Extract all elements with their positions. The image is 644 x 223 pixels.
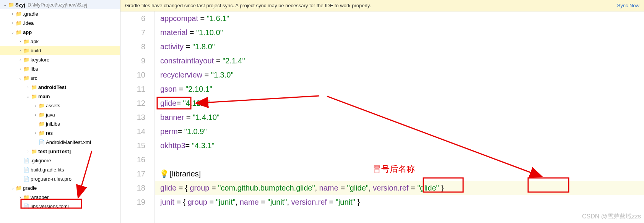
token-op: , bbox=[236, 198, 240, 206]
tree-item-gradle[interactable]: ⌄📁gradle bbox=[0, 183, 120, 192]
code-line-11[interactable]: gson = "2.10.1" bbox=[155, 82, 644, 96]
tree-item-androidmanifest-xml[interactable]: 📄AndroidManifest.xml bbox=[0, 137, 120, 147]
file-toml-icon: 📄 bbox=[23, 204, 30, 209]
code-line-14[interactable]: perm= "1.0.9" bbox=[155, 124, 644, 139]
folder-icon: 📁 bbox=[15, 20, 22, 26]
code-line-17[interactable]: 💡[libraries] bbox=[155, 167, 644, 181]
expand-arrow-icon[interactable]: › bbox=[10, 12, 15, 16]
tree-item--idea[interactable]: ›📁.idea bbox=[0, 18, 120, 27]
tree-item-jnilibs[interactable]: 📁jniLibs bbox=[0, 119, 120, 128]
tree-item-proguard-rules-pro[interactable]: 📄proguard-rules.pro bbox=[0, 174, 120, 183]
tree-item-assets[interactable]: ›📁assets bbox=[0, 101, 120, 110]
code-line-18[interactable]: glide = { group = "com.github.bumptech.g… bbox=[155, 181, 644, 195]
expand-arrow-icon[interactable]: › bbox=[18, 195, 23, 199]
folder-icon: 📁 bbox=[23, 194, 30, 200]
expand-arrow-icon[interactable]: › bbox=[18, 39, 23, 44]
code-line-10[interactable]: recyclerview = "1.3.0" bbox=[155, 68, 644, 82]
tree-item-libs-versions-toml[interactable]: 📄libs.versions.toml bbox=[0, 202, 120, 211]
token-prop: group bbox=[190, 184, 209, 192]
code-line-6[interactable]: appcompat = "1.6.1" bbox=[155, 11, 644, 26]
token-op: , bbox=[315, 184, 319, 192]
line-number: 11 bbox=[120, 82, 145, 96]
expand-arrow-icon[interactable]: › bbox=[33, 113, 38, 117]
folder-y-icon: 📁 bbox=[23, 48, 30, 53]
tree-item-libs[interactable]: ›📁libs bbox=[0, 64, 120, 73]
expand-arrow-icon[interactable]: › bbox=[33, 131, 38, 135]
expand-arrow-icon[interactable]: › bbox=[10, 21, 15, 25]
token-str: "junit" bbox=[268, 198, 287, 206]
bulb-icon[interactable]: 💡 bbox=[159, 170, 169, 178]
tree-item-res[interactable]: ›📁res bbox=[0, 128, 120, 137]
tree-item-wrapper[interactable]: ›📁wrapper bbox=[0, 192, 120, 202]
code-line-9[interactable]: constraintlayout = "2.1.4" bbox=[155, 54, 644, 68]
tree-item-java[interactable]: ›📁java bbox=[0, 110, 120, 119]
line-number: 14 bbox=[120, 124, 145, 139]
tree-item-src[interactable]: ⌄📁src bbox=[0, 73, 120, 82]
folder-ap-icon: 📁 bbox=[15, 29, 22, 35]
code-line-19[interactable]: junit = { group = "junit", name = "junit… bbox=[155, 195, 644, 209]
expand-arrow-icon[interactable]: › bbox=[18, 67, 23, 71]
folder-icon: 📁 bbox=[23, 66, 30, 72]
tree-item-build-gradle-kts[interactable]: 📄build.gradle.kts bbox=[0, 165, 120, 174]
tree-item-build[interactable]: ›📁build bbox=[0, 46, 120, 55]
token-prop: version.ref bbox=[373, 184, 408, 192]
tree-item-main[interactable]: ⌄📁main bbox=[0, 92, 120, 101]
file-mf-icon: 📄 bbox=[38, 139, 45, 145]
tree-item-test-unittest-[interactable]: ›📁test [unitTest] bbox=[0, 147, 120, 156]
token-op: = bbox=[259, 198, 268, 206]
token-str: "junit" bbox=[216, 198, 236, 206]
expand-arrow-icon[interactable]: ⌄ bbox=[10, 30, 15, 34]
code-line-16[interactable] bbox=[155, 153, 644, 167]
tree-label: androidTest bbox=[37, 84, 66, 90]
project-tree[interactable]: ⌄📁SzyjD:\MyProject\szyj\new\Szyj›📁.gradl… bbox=[0, 0, 120, 223]
folder-icon: 📁 bbox=[38, 103, 45, 108]
line-number: 6 bbox=[120, 11, 145, 26]
code-line-8[interactable]: activity = "1.8.0" bbox=[155, 40, 644, 54]
expand-arrow-icon[interactable]: › bbox=[18, 58, 23, 62]
token-str: "4.3.1" bbox=[192, 141, 215, 150]
token-str: "com.github.bumptech.glide" bbox=[218, 184, 315, 192]
code-line-15[interactable]: okhttp3= "4.3.1" bbox=[155, 139, 644, 153]
token-prop: constraintlayout bbox=[160, 57, 214, 65]
tree-label: proguard-rules.pro bbox=[30, 176, 72, 182]
code-editor[interactable]: 678910111213141516171819 appcompat = "1.… bbox=[120, 11, 644, 223]
code-content[interactable]: appcompat = "1.6.1"material = "1.10.0"ac… bbox=[155, 11, 644, 223]
token-op: = bbox=[214, 57, 223, 65]
tree-item-szyj[interactable]: ⌄📁SzyjD:\MyProject\szyj\new\Szyj bbox=[0, 0, 120, 9]
tree-item-keystore[interactable]: ›📁keystore bbox=[0, 55, 120, 64]
expand-arrow-icon[interactable]: ⌄ bbox=[10, 186, 15, 190]
tree-label: build bbox=[30, 48, 41, 53]
tree-item-androidtest[interactable]: ›📁androidTest bbox=[0, 82, 120, 92]
tree-item-app[interactable]: ⌄📁app bbox=[0, 27, 120, 37]
tree-item--gradle[interactable]: ›📁.gradle bbox=[0, 9, 120, 18]
expand-arrow-icon[interactable]: ⌄ bbox=[25, 94, 31, 99]
code-line-7[interactable]: material = "1.10.0" bbox=[155, 26, 644, 40]
token-op: } bbox=[355, 198, 360, 206]
expand-arrow-icon[interactable]: ⌄ bbox=[2, 3, 8, 7]
folder-icon: 📁 bbox=[38, 112, 45, 118]
expand-arrow-icon[interactable]: ⌄ bbox=[18, 76, 23, 80]
tree-item--gitignore[interactable]: 📄.gitignore bbox=[0, 156, 120, 165]
code-line-13[interactable]: banner = "1.4.10" bbox=[155, 110, 644, 124]
tree-item-apk[interactable]: ›📁apk bbox=[0, 37, 120, 46]
tree-label: apk bbox=[30, 39, 39, 44]
expand-arrow-icon[interactable]: › bbox=[25, 149, 31, 154]
tree-label: wrapper bbox=[30, 194, 49, 200]
token-prop: group bbox=[188, 198, 207, 206]
project-icon: 📁 bbox=[8, 2, 15, 8]
folder-icon: 📁 bbox=[23, 39, 30, 44]
tree-label: build.gradle.kts bbox=[30, 167, 64, 173]
folder-icon: 📁 bbox=[23, 57, 30, 63]
expand-arrow-icon[interactable]: › bbox=[33, 103, 38, 108]
file-g-icon: 📄 bbox=[23, 158, 30, 163]
token-prop: banner bbox=[160, 113, 184, 121]
expand-arrow-icon[interactable]: › bbox=[18, 48, 23, 53]
file-g-icon: 📄 bbox=[23, 176, 30, 182]
token-str: "glide" bbox=[417, 184, 439, 192]
code-line-12[interactable]: glide= "4.12.0" bbox=[155, 96, 644, 110]
line-number: 13 bbox=[120, 110, 145, 124]
token-op: = bbox=[338, 184, 347, 192]
sync-now-link[interactable]: Sync Now bbox=[617, 3, 639, 8]
token-str: "1.10.0" bbox=[196, 28, 223, 37]
expand-arrow-icon[interactable]: › bbox=[25, 85, 31, 89]
